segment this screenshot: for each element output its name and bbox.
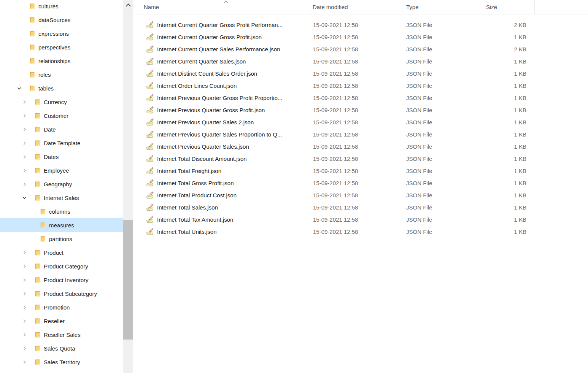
expander[interactable] [21, 303, 28, 311]
tree-item-reseller-sales[interactable]: Reseller Sales [0, 328, 123, 341]
column-header-date-modified[interactable]: Date modified [313, 0, 348, 14]
chevron-right-icon[interactable] [22, 127, 27, 132]
tree-item-sales-quota[interactable]: Sales Quota [0, 341, 123, 355]
tree-item-reseller[interactable]: Reseller [0, 314, 123, 328]
tree-item-customer[interactable]: Customer [0, 109, 123, 122]
tree-item-datasources[interactable]: dataSources [0, 13, 123, 27]
json-file-icon-box [146, 142, 154, 151]
file-row[interactable]: Internet Total Units.json15-09-2021 12:5… [134, 225, 588, 238]
file-row[interactable]: Internet Total Freight.json15-09-2021 12… [134, 165, 588, 177]
chevron-right-icon[interactable] [22, 182, 27, 187]
tree-item-tables[interactable]: tables [0, 81, 123, 95]
tree-item-date-template[interactable]: Date Template [0, 136, 123, 150]
expander[interactable] [21, 180, 28, 188]
expander[interactable] [21, 276, 28, 284]
expander[interactable] [21, 331, 28, 338]
tree-item-expressions[interactable]: expressions [0, 27, 123, 40]
column-separator[interactable] [482, 0, 482, 14]
column-header-size[interactable]: Size [486, 0, 497, 14]
chevron-right-icon[interactable] [22, 250, 27, 255]
file-row[interactable]: Internet Current Quarter Gross Profit Pe… [134, 19, 588, 31]
tree-item-partitions[interactable]: partitions [0, 232, 123, 246]
column-separator[interactable] [310, 0, 310, 14]
tree-item-geography[interactable]: Geography [0, 177, 123, 191]
column-separator[interactable] [402, 0, 402, 14]
chevron-right-icon[interactable] [22, 346, 27, 351]
expander[interactable] [21, 98, 28, 106]
folder-icon-box [28, 57, 36, 65]
expander[interactable] [21, 317, 28, 325]
file-name-cell: Internet Previous Quarter Sales Proporti… [134, 130, 310, 138]
tree-scrollbar[interactable] [123, 0, 133, 373]
tree-item-measures[interactable]: measures [0, 218, 123, 232]
tree-scrollbar-thumb[interactable] [123, 220, 133, 340]
tree-item-promotion[interactable]: Promotion [0, 300, 123, 314]
column-header-type[interactable]: Type [406, 0, 419, 14]
file-row[interactable]: Internet Previous Quarter Sales.json15-0… [134, 140, 588, 152]
file-row[interactable]: Internet Previous Quarter Sales 2.json15… [134, 116, 588, 128]
tree-item-product[interactable]: Product [0, 246, 123, 259]
scroll-up-button[interactable] [123, 1, 133, 9]
chevron-right-icon[interactable] [22, 332, 27, 337]
file-size: 1 KB [482, 143, 534, 150]
chevron-right-icon[interactable] [22, 168, 27, 173]
expander[interactable] [21, 290, 28, 297]
chevron-right-icon[interactable] [22, 278, 27, 283]
tree-item-product-subcategory[interactable]: Product Subcategory [0, 287, 123, 300]
expander[interactable] [21, 194, 28, 202]
tree-item-date[interactable]: Date [0, 122, 123, 136]
expander[interactable] [21, 112, 28, 119]
tree-item-perspectives[interactable]: perspectives [0, 40, 123, 54]
expander[interactable] [21, 153, 28, 160]
tree-item-dates[interactable]: Dates [0, 150, 123, 163]
file-row[interactable]: Internet Order Lines Count.json15-09-202… [134, 79, 588, 92]
tree-item-relationships[interactable]: relationships [0, 54, 123, 68]
file-row[interactable]: Internet Current Quarter Sales Performan… [134, 43, 588, 55]
column-separator[interactable] [534, 0, 535, 14]
tree-item-internet-sales[interactable]: Internet Sales [0, 191, 123, 205]
expander[interactable] [21, 344, 28, 352]
expander[interactable] [21, 167, 28, 174]
file-row[interactable]: Internet Current Quarter Gross Profit.js… [134, 31, 588, 43]
chevron-right-icon[interactable] [22, 154, 27, 159]
file-row[interactable]: Internet Total Tax Amount.json15-09-2021… [134, 213, 588, 225]
tree-item-partial[interactable] [0, 369, 123, 373]
expander[interactable] [21, 139, 28, 147]
tree-item-currency[interactable]: Currency [0, 95, 123, 109]
chevron-right-icon[interactable] [22, 141, 27, 146]
tree-item-label: dataSources [38, 17, 70, 23]
chevron-down-icon[interactable] [17, 86, 22, 91]
file-row[interactable]: Internet Previous Quarter Gross Profit P… [134, 92, 588, 104]
tree-item-sales-territory[interactable]: Sales Territory [0, 355, 123, 369]
chevron-down-icon[interactable] [22, 195, 27, 200]
tree-item-cultures[interactable]: cultures [0, 0, 123, 13]
tree-item-product-inventory[interactable]: Product Inventory [0, 273, 123, 287]
file-row[interactable]: Internet Total Discount Amount.json15-09… [134, 152, 588, 165]
expander[interactable] [21, 125, 28, 133]
tree-item-employee[interactable]: Employee [0, 163, 123, 177]
file-row[interactable]: Internet Distinct Count Sales Order.json… [134, 67, 588, 79]
folder-icon [39, 222, 46, 229]
expander[interactable] [21, 249, 28, 256]
chevron-right-icon[interactable] [22, 113, 27, 118]
chevron-right-icon[interactable] [22, 319, 27, 324]
chevron-right-icon[interactable] [22, 264, 27, 269]
chevron-right-icon[interactable] [22, 100, 27, 105]
file-row[interactable]: Internet Current Quarter Sales.json15-09… [134, 55, 588, 67]
tree-item-product-category[interactable]: Product Category [0, 259, 123, 273]
file-row[interactable]: Internet Previous Quarter Gross Profit.j… [134, 104, 588, 116]
file-row[interactable]: Internet Total Product Cost.json15-09-20… [134, 189, 588, 201]
expander[interactable] [21, 262, 28, 270]
chevron-right-icon[interactable] [22, 360, 27, 365]
expander[interactable] [21, 358, 28, 366]
chevron-right-icon[interactable] [22, 291, 27, 296]
file-row[interactable]: Internet Total Sales.json15-09-2021 12:5… [134, 201, 588, 213]
tree-item-roles[interactable]: roles [0, 68, 123, 81]
column-header-name[interactable]: Name [144, 0, 159, 14]
tree-item-columns[interactable]: columns [0, 205, 123, 218]
chevron-placeholder [15, 43, 23, 51]
chevron-right-icon[interactable] [22, 305, 27, 310]
file-row[interactable]: Internet Total Gross Profit.json15-09-20… [134, 177, 588, 189]
file-row[interactable]: Internet Previous Quarter Sales Proporti… [134, 128, 588, 140]
expander[interactable] [15, 84, 23, 92]
